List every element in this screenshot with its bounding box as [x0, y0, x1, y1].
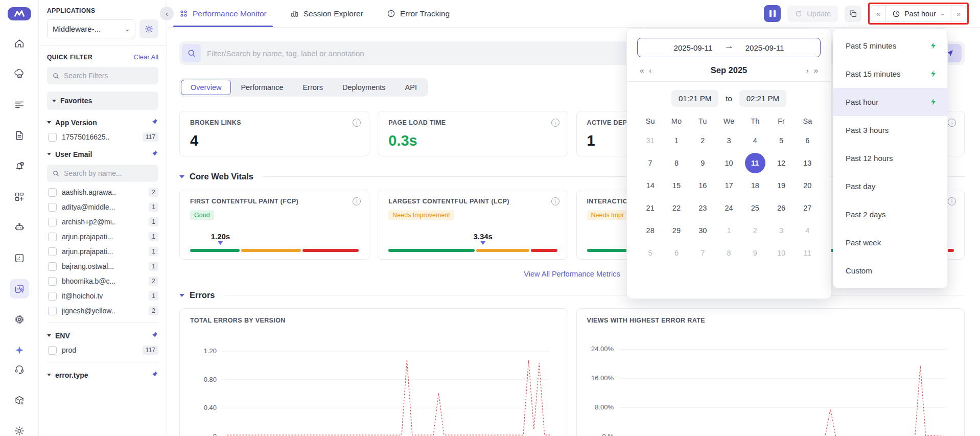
time-shift-back-button[interactable]: « [871, 6, 885, 21]
info-icon[interactable]: i [948, 119, 956, 127]
time-menu-item[interactable]: Past week [833, 228, 947, 257]
calendar-day[interactable]: 11 [797, 243, 818, 263]
calendar-day[interactable]: 3 [718, 130, 739, 151]
checkbox[interactable] [48, 277, 57, 286]
calendar-day[interactable]: 20 [797, 175, 818, 196]
pause-button[interactable] [764, 5, 781, 22]
checkbox[interactable] [48, 233, 57, 241]
calendar-day-selected[interactable]: 11 [745, 153, 765, 173]
filter-item[interactable]: arjun.prajapati...1 [47, 247, 158, 256]
filter-item[interactable]: aditya@middle...1 [47, 202, 158, 212]
calendar-day[interactable]: 14 [640, 175, 661, 196]
calendar-day[interactable]: 13 [797, 153, 818, 173]
update-button[interactable]: Update [787, 6, 838, 22]
info-icon[interactable]: i [353, 197, 361, 205]
filter-item[interactable]: it@hoichoi.tv1 [47, 291, 158, 301]
time-to-input[interactable]: 02:21 PM [739, 90, 786, 107]
alerts-bell-icon[interactable] [10, 156, 29, 176]
info-icon[interactable]: i [353, 119, 361, 127]
pin-icon[interactable] [151, 371, 158, 379]
home-icon[interactable] [10, 34, 29, 53]
calendar-day[interactable]: 22 [666, 198, 687, 218]
calendar-day[interactable]: 2 [745, 220, 765, 241]
calendar-day[interactable]: 1 [718, 220, 739, 241]
filter-item[interactable]: archish+p2@mi..1 [47, 217, 158, 226]
calendar-day[interactable]: 16 [692, 175, 713, 196]
checkbox[interactable] [48, 262, 57, 271]
calendar-day[interactable]: 23 [692, 198, 713, 218]
calendar-day[interactable]: 26 [771, 198, 791, 218]
calendar-day[interactable]: 4 [797, 220, 818, 241]
calendar-day[interactable]: 7 [640, 153, 661, 173]
calendar-day[interactable]: 19 [771, 175, 791, 196]
calendar-day[interactable]: 8 [718, 243, 739, 263]
filter-search-input[interactable]: Search Filters [47, 67, 158, 84]
user-email-search-input[interactable]: Search by name... [47, 165, 158, 182]
section-error-type[interactable]: error.type [47, 371, 158, 379]
calendar-day[interactable]: 5 [771, 130, 791, 151]
filter-item[interactable]: bajrang.ostwal...1 [47, 262, 158, 271]
copy-icon[interactable] [845, 6, 861, 22]
calendar-day[interactable]: 21 [640, 198, 661, 218]
time-range-dropdown[interactable]: Past hour ⌄ [885, 6, 951, 21]
calendar-day[interactable]: 2 [692, 130, 713, 151]
calendar-day[interactable]: 18 [745, 175, 765, 196]
calendar-day[interactable]: 9 [692, 153, 713, 173]
calendar-day[interactable]: 10 [718, 153, 739, 173]
time-menu-item[interactable]: Past hour [833, 88, 947, 116]
clear-all-link[interactable]: Clear All [134, 53, 158, 61]
infrastructure-icon[interactable] [10, 64, 29, 84]
time-from-input[interactable]: 01:21 PM [671, 90, 718, 107]
calendar-day[interactable]: 1 [666, 130, 687, 151]
application-select[interactable]: Middleware-... ⌄ [47, 19, 135, 38]
calendar-day[interactable]: 4 [745, 130, 765, 151]
filter-item[interactable]: prod117 [47, 346, 158, 355]
filter-item[interactable]: arjun.prajapati...1 [47, 232, 158, 241]
time-menu-item[interactable]: Past 12 hours [833, 144, 947, 172]
info-icon[interactable]: i [551, 119, 559, 127]
pin-icon[interactable] [151, 150, 158, 158]
prev-year-button[interactable]: « [637, 66, 646, 75]
calendar-day[interactable]: 12 [771, 153, 791, 173]
calendar-day[interactable]: 7 [692, 243, 713, 263]
subtab-overview[interactable]: Overview [181, 80, 231, 95]
section-app-version[interactable]: App Version [47, 118, 158, 127]
calendar-day[interactable]: 24 [718, 198, 739, 218]
processes-chip-icon[interactable] [10, 310, 29, 329]
checkbox[interactable] [48, 218, 57, 226]
pin-icon[interactable] [151, 331, 158, 340]
date-range-input[interactable]: 2025-09-11 ⇀ 2025-09-11 [637, 38, 821, 57]
calendar-day[interactable]: 29 [666, 220, 687, 241]
bot-icon[interactable] [10, 218, 29, 237]
time-menu-item[interactable]: Past day [833, 172, 947, 200]
reports-icon[interactable] [10, 126, 29, 145]
time-shift-forward-button[interactable]: » [951, 6, 966, 21]
calendar-day[interactable]: 8 [666, 153, 687, 173]
section-user-email[interactable]: User Email [47, 150, 158, 158]
dashboards-add-icon[interactable] [10, 187, 29, 206]
calendar-day[interactable]: 17 [718, 175, 739, 196]
time-menu-item[interactable]: Past 2 days [833, 200, 947, 228]
time-menu-item[interactable]: Past 15 minutes [833, 60, 947, 88]
calendar-day[interactable]: 27 [797, 198, 818, 218]
tab-performance-monitor[interactable]: Performance Monitor [179, 0, 267, 27]
time-menu-item[interactable]: Custom [833, 257, 947, 285]
subtab-api[interactable]: API [395, 80, 427, 95]
calendar-day[interactable]: 6 [666, 243, 687, 263]
calendar-day[interactable]: 6 [797, 130, 818, 151]
subtab-performance[interactable]: Performance [231, 80, 293, 95]
integrations-box-icon[interactable] [10, 391, 29, 410]
filter-item[interactable]: jignesh@yellow..2 [47, 306, 158, 315]
subtab-errors[interactable]: Errors [293, 80, 332, 95]
subtab-deployments[interactable]: Deployments [333, 80, 395, 95]
time-menu-item[interactable]: Past 5 minutes [833, 32, 947, 60]
checkbox[interactable] [48, 292, 57, 301]
filter-item[interactable]: bhoomika.b@c...2 [47, 277, 158, 286]
tab-session-explorer[interactable]: Session Explorer [290, 0, 363, 27]
chevron-down-icon[interactable] [179, 175, 184, 178]
application-settings-button[interactable] [139, 19, 158, 38]
time-menu-item[interactable]: Past 3 hours [833, 116, 947, 144]
middleware-logo[interactable] [8, 7, 31, 20]
calendar-day[interactable]: 5 [640, 243, 661, 263]
calendar-day[interactable]: 30 [692, 220, 713, 241]
